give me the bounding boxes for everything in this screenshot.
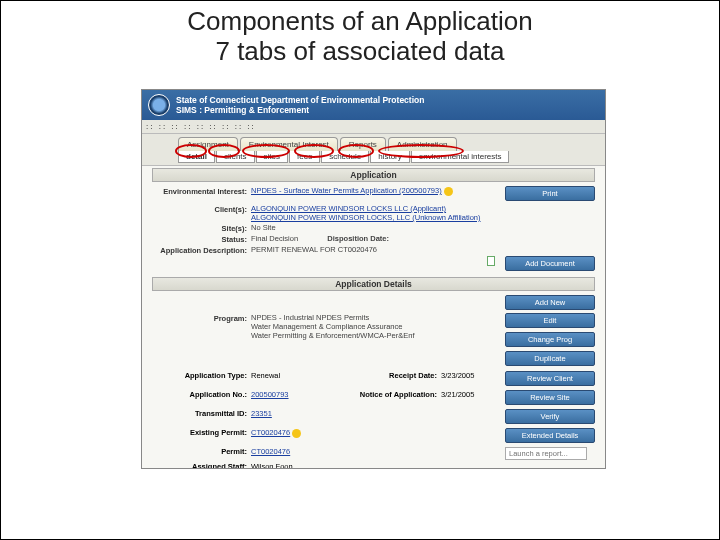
label-desc: Application Description: xyxy=(152,245,247,255)
state-seal-icon xyxy=(148,94,170,116)
details-row-trans: Transmittal ID: 23351 Verify xyxy=(142,408,605,427)
header-line1: State of Connecticut Department of Envir… xyxy=(176,95,424,105)
label-existing: Existing Permit: xyxy=(152,428,247,445)
details-row-staff: Assigned Staff: Wilson Foon xyxy=(142,461,605,469)
details-row-apptype: Application Type: Renewal Receipt Date: … xyxy=(142,370,605,389)
value-staff: Wilson Foon xyxy=(251,462,353,469)
label-trans-id: Transmittal ID: xyxy=(152,409,247,426)
subtab-history[interactable]: history xyxy=(370,151,410,163)
application-section: Environmental Interest: NPDES - Surface … xyxy=(142,184,605,275)
details-row-permit: Permit: CT0020476 xyxy=(142,446,605,461)
app-window: State of Connecticut Department of Envir… xyxy=(141,89,606,469)
slide-title-line1: Components of an Application xyxy=(1,7,719,37)
app-header: State of Connecticut Department of Envir… xyxy=(142,90,605,120)
subtab-clients[interactable]: clients xyxy=(216,151,255,163)
verify-button[interactable]: Verify xyxy=(505,409,595,424)
subtab-schedule[interactable]: schedule xyxy=(321,151,369,163)
value-existing: CT0020476 xyxy=(251,428,353,445)
slide-title-line2: 7 tabs of associated data xyxy=(1,37,719,67)
label-clients: Client(s): xyxy=(152,204,247,214)
section-details-bar: Application Details xyxy=(152,277,595,291)
label-app-no: Application No.: xyxy=(152,390,247,407)
label-noa: Notice of Application: xyxy=(357,390,437,407)
value-sites: No Site xyxy=(251,223,501,232)
subtab-environmental-interests[interactable]: environmental interests xyxy=(411,151,510,163)
print-button[interactable]: Print xyxy=(505,186,595,201)
subtab-detail[interactable]: detail xyxy=(178,151,215,163)
value-noa: 3/21/2005 xyxy=(441,390,501,407)
warning-icon xyxy=(444,187,453,196)
doc-icon-cell xyxy=(251,256,501,266)
details-row-existing: Existing Permit: CT0020476 Extended Deta… xyxy=(142,427,605,446)
subtab-sites[interactable]: sites xyxy=(256,151,288,163)
details-row-appno: Application No.: 200500793 Notice of App… xyxy=(142,389,605,408)
value-app-no[interactable]: 200500793 xyxy=(251,390,353,407)
value-program: NPDES - Industrial NPDES Permits Water M… xyxy=(251,313,501,340)
value-receipt: 3/23/2005 xyxy=(441,371,501,388)
subtab-fees[interactable]: fees xyxy=(289,151,320,163)
label-sites: Site(s): xyxy=(152,223,247,233)
label-receipt: Receipt Date: xyxy=(357,371,437,388)
extended-details-button[interactable]: Extended Details xyxy=(505,428,595,443)
main-tabs: Assignment Environmental Interest Report… xyxy=(142,134,605,151)
launch-report-select[interactable] xyxy=(505,447,587,460)
tab-administration[interactable]: Administration xyxy=(388,137,457,151)
toolbar-dots: :: :: :: :: :: :: :: :: :: xyxy=(142,120,605,134)
value-app-type: Renewal xyxy=(251,371,353,388)
value-trans-id[interactable]: 23351 xyxy=(251,409,353,426)
add-document-button[interactable]: Add Document xyxy=(505,256,595,271)
value-status: Final Decision Disposition Date: xyxy=(251,234,501,243)
details-section: Add New Program: NPDES - Industrial NPDE… xyxy=(142,293,605,370)
tab-assignment[interactable]: Assignment xyxy=(178,137,238,151)
slide-title: Components of an Application 7 tabs of a… xyxy=(1,7,719,67)
document-icon[interactable] xyxy=(487,256,495,266)
review-client-button[interactable]: Review Client xyxy=(505,371,595,386)
value-desc: PERMIT RENEWAL FOR CT0020476 xyxy=(251,245,501,254)
change-prog-button[interactable]: Change Prog xyxy=(505,332,595,347)
label-app-type: Application Type: xyxy=(152,371,247,388)
label-ei: Environmental Interest: xyxy=(152,186,247,196)
tab-reports[interactable]: Reports xyxy=(340,137,386,151)
review-site-button[interactable]: Review Site xyxy=(505,390,595,405)
value-clients: ALGONQUIN POWER WINDSOR LOCKS LLC (Appli… xyxy=(251,204,501,222)
value-ei: NPDES - Surface Water Permits Applicatio… xyxy=(251,186,501,196)
label-status: Status: xyxy=(152,234,247,244)
duplicate-button[interactable]: Duplicate xyxy=(505,351,595,366)
warning-icon-2 xyxy=(292,429,301,438)
sub-tabs: detail clients sites fees schedule histo… xyxy=(142,151,605,166)
tab-environmental-interest[interactable]: Environmental Interest xyxy=(240,137,338,151)
link-ei[interactable]: NPDES - Surface Water Permits Applicatio… xyxy=(251,186,442,195)
label-program: Program: xyxy=(152,313,247,323)
header-titles: State of Connecticut Department of Envir… xyxy=(176,95,424,115)
link-client-1[interactable]: ALGONQUIN POWER WINDSOR LOCKS LLC (Appli… xyxy=(251,204,446,213)
value-permit[interactable]: CT0020476 xyxy=(251,447,353,460)
add-new-button[interactable]: Add New xyxy=(505,295,595,310)
section-application-bar: Application xyxy=(152,168,595,182)
edit-button[interactable]: Edit xyxy=(505,313,595,328)
label-staff: Assigned Staff: xyxy=(152,462,247,469)
link-client-2[interactable]: ALGONQUIN POWER WINDSOR LOCKS, LLC (Unkn… xyxy=(251,213,481,222)
label-disp-date-1: Disposition Date: xyxy=(327,234,389,243)
header-line2: SIMS : Permitting & Enforcement xyxy=(176,105,424,115)
label-permit: Permit: xyxy=(152,447,247,460)
